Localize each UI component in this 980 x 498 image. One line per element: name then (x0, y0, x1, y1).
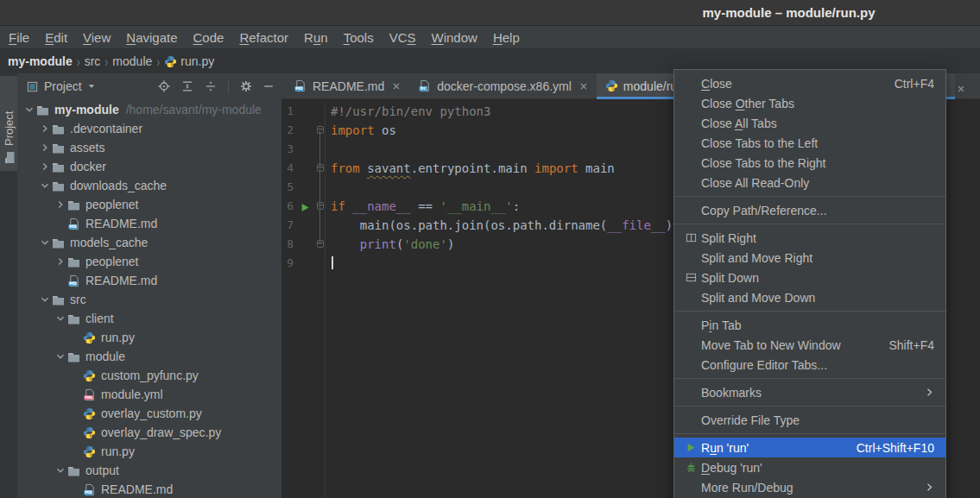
breadcrumb-item-src[interactable]: src (85, 54, 101, 68)
menu-item-label: More Run/Debug (701, 481, 793, 495)
menu-item-close-other-tabs[interactable]: Close Other Tabs (674, 93, 945, 113)
expand-chevron-down-icon[interactable] (53, 466, 67, 475)
settings-icon[interactable] (239, 79, 253, 93)
menu-item-split-and-move-down[interactable]: Split and Move Down (674, 287, 945, 307)
expand-chevron-down-icon[interactable] (53, 352, 67, 361)
tree-row-module-yml[interactable]: YMLmodule.yml (17, 385, 281, 404)
menubar-item-code[interactable]: Code (186, 30, 232, 45)
tree-row-downloads-cache[interactable]: downloads_cache (17, 176, 281, 195)
tree-item-label: downloads_cache (70, 179, 167, 192)
menu-separator (674, 196, 945, 197)
menu-item-bookmarks[interactable]: Bookmarks (674, 382, 945, 402)
expand-chevron-down-icon[interactable] (22, 105, 36, 114)
code-token: __name__ (352, 199, 410, 213)
tree-row-my-module[interactable]: my-module/home/savant/my-module (17, 100, 281, 119)
expand-chevron-right-icon[interactable] (37, 124, 52, 133)
menubar-item-view[interactable]: View (75, 30, 118, 45)
menubar-item-edit[interactable]: Edit (37, 30, 75, 45)
locate-icon[interactable] (157, 79, 171, 93)
tree-row-overlay-draw-spec-py[interactable]: overlay_draw_spec.py (17, 423, 281, 442)
expand-chevron-right-icon[interactable] (53, 257, 67, 266)
menu-item-copy-path-reference[interactable]: Copy Path/Reference... (674, 200, 945, 220)
breadcrumb-label: src (85, 54, 101, 68)
menu-item-close-tabs-to-the-left[interactable]: Close Tabs to the Left (674, 133, 945, 153)
expand-chevron-right-icon[interactable] (37, 143, 52, 152)
expand-chevron-right-icon[interactable] (37, 162, 52, 171)
tree-item-label: peoplenet (85, 255, 139, 268)
line-number: 4 (281, 159, 294, 178)
menu-item-close-tabs-to-the-right[interactable]: Close Tabs to the Right (674, 153, 945, 173)
split-down-icon (681, 272, 701, 283)
tree-row-readme-md[interactable]: MDREADME.md (17, 214, 281, 233)
menubar-item-vcs[interactable]: VCS (382, 30, 424, 45)
menu-item-split-down[interactable]: Split Down (674, 268, 945, 287)
menu-item-close-all-tabs[interactable]: Close All Tabs (674, 113, 945, 133)
fold-marker-icon[interactable] (317, 164, 324, 172)
menubar-item-window[interactable]: Window (424, 30, 485, 45)
caret-down-icon[interactable] (87, 82, 96, 91)
tree-row-module[interactable]: module (17, 347, 281, 366)
menubar-item-refactor[interactable]: Refactor (231, 30, 296, 45)
editor-tab-docker-compose-x86-yml[interactable]: DCdocker-compose.x86.yml (409, 73, 597, 98)
tab-close-icon[interactable] (957, 81, 965, 97)
tree-row-overlay-custom-py[interactable]: overlay_custom.py (17, 404, 281, 423)
menu-item-run-run[interactable]: Run 'run'Ctrl+Shift+F10 (674, 438, 945, 457)
tree-row-readme-md[interactable]: MDREADME.md (17, 271, 281, 290)
tree-row-peoplenet[interactable]: peoplenet (17, 195, 281, 214)
python-file-icon (83, 426, 98, 439)
hide-icon[interactable] (262, 80, 275, 92)
tool-stripe-project-button[interactable]: Project (0, 76, 17, 171)
breadcrumb-item-run-py[interactable]: run.py (164, 54, 214, 68)
menubar-item-help[interactable]: Help (485, 30, 528, 45)
editor-tab-readme-md[interactable]: MDREADME.md (285, 73, 409, 98)
menu-item-close[interactable]: CloseCtrl+F4 (674, 73, 945, 93)
tree-row-readme-md[interactable]: MDREADME.md (17, 480, 281, 498)
expand-chevron-right-icon[interactable] (53, 200, 67, 209)
menu-item-close-all-read-only[interactable]: Close All Read-Only (674, 173, 945, 192)
tree-row-assets[interactable]: assets (17, 138, 281, 157)
run-gutter-icon[interactable] (300, 201, 310, 215)
menu-item-configure-editor-tabs[interactable]: Configure Editor Tabs... (674, 355, 945, 375)
code-token: from (331, 161, 360, 175)
menu-item-override-file-type[interactable]: Override File Type (674, 410, 945, 430)
code-token: if (331, 199, 345, 213)
menubar-item-file[interactable]: File (1, 30, 37, 45)
expand-all-icon[interactable] (180, 79, 194, 93)
menu-item-split-right[interactable]: Split Right (674, 228, 945, 248)
menu-item-pin-tab[interactable]: Pin Tab (674, 315, 945, 335)
menu-item-more-run-debug[interactable]: More Run/Debug (674, 477, 945, 497)
menu-item-split-and-move-right[interactable]: Split and Move Right (674, 248, 945, 268)
tree-row-run-py[interactable]: run.py (17, 328, 281, 347)
menu-item-label: Split Right (701, 231, 756, 245)
code-token: import (331, 123, 375, 137)
tree-row-src[interactable]: src (17, 290, 281, 309)
collapse-all-icon[interactable] (204, 79, 218, 93)
tree-row-client[interactable]: client (17, 309, 281, 328)
tree-row-devcontainer[interactable]: .devcontainer (17, 119, 281, 138)
menubar-item-run[interactable]: Run (296, 30, 336, 45)
menu-item-debug-run[interactable]: Debug 'run' (674, 457, 945, 477)
menubar-item-tools[interactable]: Tools (336, 30, 382, 45)
expand-chevron-down-icon[interactable] (53, 314, 67, 323)
tree-row-docker[interactable]: docker (17, 157, 281, 176)
menu-separator (674, 406, 945, 407)
menu-item-move-tab-to-new-window[interactable]: Move Tab to New WindowShift+F4 (674, 335, 945, 355)
expand-chevron-down-icon[interactable] (37, 295, 52, 304)
expand-chevron-down-icon[interactable] (37, 181, 52, 190)
tree-row-run-py[interactable]: run.py (17, 442, 281, 461)
fold-marker-icon[interactable] (317, 126, 324, 134)
fold-marker-icon[interactable] (317, 202, 324, 210)
tree-item-path: /home/savant/my-module (126, 103, 262, 117)
tree-row-custom-pyfunc-py[interactable]: custom_pyfunc.py (17, 366, 281, 385)
tab-close-icon[interactable] (579, 79, 588, 93)
breadcrumb-item-my-module[interactable]: my-module (8, 54, 73, 68)
tree-row-models-cache[interactable]: models_cache (17, 233, 281, 252)
breadcrumb-item-module[interactable]: module (112, 54, 152, 68)
tab-close-icon[interactable] (392, 79, 401, 93)
expand-chevron-down-icon[interactable] (37, 238, 52, 247)
fold-marker-icon[interactable] (317, 240, 324, 248)
tree-item-label: peoplenet (85, 198, 139, 211)
tree-row-peoplenet[interactable]: peoplenet (17, 252, 281, 271)
menubar-item-navigate[interactable]: Navigate (118, 30, 185, 45)
tree-row-output[interactable]: output (17, 461, 281, 480)
